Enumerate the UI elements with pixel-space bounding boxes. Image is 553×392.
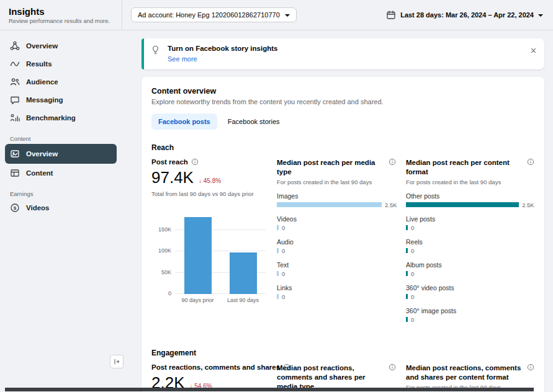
hbar-value: 0	[282, 293, 285, 300]
sidebar-section-earnings: Earnings	[10, 190, 122, 197]
hbar	[406, 294, 408, 299]
content-tabs: Facebook posts Facebook stories	[151, 114, 534, 130]
lightbulb-icon	[151, 45, 160, 57]
hbar-value: 0	[411, 247, 414, 254]
page-subtitle: Review performance results and more.	[9, 17, 122, 24]
hbar-row: Videos 0	[277, 215, 396, 231]
hbar-row: Audio 0	[277, 238, 396, 254]
hbar-label: Images	[277, 192, 396, 200]
hbar	[406, 317, 408, 322]
info-icon[interactable]	[527, 363, 534, 371]
tab-facebook-posts[interactable]: Facebook posts	[151, 114, 217, 130]
sidebar-item-messaging[interactable]: Messaging	[5, 91, 117, 109]
sidebar: Overview Results Audience	[0, 30, 122, 392]
sidebar-item-label: Messaging	[26, 96, 63, 104]
top-header: Insights Review performance results and …	[0, 0, 553, 30]
overview-icon	[10, 41, 20, 51]
reach-section: Post reach 97.4K ↓ 45.8% Total from last…	[151, 158, 534, 330]
sidebar-item-label: Overview	[26, 42, 58, 50]
audience-icon	[10, 77, 20, 87]
hbar-row: Album posts 0	[406, 261, 534, 277]
content-table-icon	[10, 168, 20, 178]
insights-page: Insights Review performance results and …	[0, 0, 553, 392]
column-title: Median post reactions, comments and shar…	[406, 363, 523, 382]
sidebar-item-content-overview[interactable]: Overview	[5, 144, 117, 164]
main-content: Turn on Facebook story insights See more…	[122, 30, 553, 392]
sidebar-item-label: Benchmarking	[26, 114, 76, 122]
card-description: Explore noteworthy trends from the conte…	[151, 98, 534, 105]
window-bottom-edge	[5, 388, 534, 391]
sidebar-collapse-button[interactable]	[110, 355, 124, 368]
hbar-value: 2.5K	[522, 202, 534, 208]
calendar-icon	[386, 10, 396, 20]
metric-label: Post reactions, comments and shares	[151, 363, 280, 371]
sidebar-item-audience[interactable]: Audience	[5, 73, 117, 91]
sidebar-item-benchmarking[interactable]: Benchmarking	[5, 109, 117, 127]
hbar-row: Other posts 2.5K	[406, 192, 534, 208]
sidebar-item-label: Content	[26, 169, 53, 177]
date-range-dropdown[interactable]: Last 28 days: Mar 26, 2024 – Apr 22, 202…	[386, 10, 543, 20]
reach-section-title: Reach	[151, 143, 534, 152]
content-overview-card: Content overview Explore noteworthy tren…	[142, 77, 544, 392]
info-icon[interactable]	[389, 363, 396, 371]
hbar-value: 0	[282, 270, 285, 277]
hbar	[406, 271, 408, 276]
hbar-row: Live posts 0	[406, 215, 534, 231]
hbar-label: Videos	[277, 215, 396, 223]
page-title-block: Insights Review performance results and …	[0, 6, 122, 24]
date-range-label: Last 28 days: Mar 26, 2024 – Apr 22, 202…	[400, 11, 534, 19]
chevron-down-icon	[538, 14, 543, 17]
reach-content-format-column: Median post reach per content format For…	[406, 158, 534, 330]
close-icon[interactable]	[530, 45, 537, 56]
hbar-value: 0	[411, 293, 414, 300]
metric-delta: ↓ 45.8%	[199, 177, 221, 184]
hbar-row: 360° image posts 0	[406, 307, 534, 323]
post-reach-bar-chart: 150K 100K 50K 0 90 days prior Last 90 da	[151, 208, 267, 303]
sidebar-item-label: Results	[26, 60, 52, 68]
post-reach-column: Post reach 97.4K ↓ 45.8% Total from last…	[151, 158, 267, 330]
hbar-row: Reels 0	[406, 238, 534, 254]
svg-text:$: $	[14, 205, 17, 211]
sidebar-item-label: Videos	[26, 204, 50, 212]
see-more-link[interactable]: See more	[168, 55, 197, 63]
info-icon[interactable]	[191, 158, 199, 166]
sidebar-item-content[interactable]: Content	[5, 164, 117, 182]
chevron-down-icon	[285, 14, 290, 17]
hbar-label: Album posts	[406, 261, 534, 269]
ad-account-label: Ad account: Honey Epg 120206012862710770	[138, 11, 280, 19]
results-icon	[10, 59, 20, 69]
sidebar-item-label: Overview	[26, 150, 58, 158]
column-title: Median post reach per content format	[406, 158, 523, 177]
ad-account-dropdown[interactable]: Ad account: Honey Epg 120206012862710770	[131, 7, 297, 22]
tab-facebook-stories[interactable]: Facebook stories	[221, 114, 287, 130]
hbar	[406, 225, 408, 230]
sidebar-item-overview[interactable]: Overview	[5, 37, 117, 55]
sidebar-item-label: Audience	[26, 78, 58, 86]
bar-last-90-days	[230, 252, 257, 294]
header-divider	[122, 0, 122, 30]
sidebar-item-videos[interactable]: $ Videos	[5, 199, 117, 216]
x-label: 90 days prior	[175, 297, 220, 303]
hbar	[277, 225, 279, 230]
info-icon[interactable]	[389, 158, 396, 166]
hbar-value: 2.5K	[385, 202, 397, 208]
sidebar-item-results[interactable]: Results	[5, 55, 117, 73]
column-title: Median post reach per media type	[277, 158, 385, 177]
hbar	[277, 294, 279, 299]
page-title: Insights	[9, 6, 122, 17]
column-subtitle: For posts created in the last 90 days	[277, 179, 396, 185]
content-overview-icon	[10, 149, 20, 159]
collapse-panel-icon	[113, 358, 120, 365]
info-icon[interactable]	[527, 158, 534, 166]
hbar-value: 0	[282, 247, 285, 254]
card-title: Content overview	[151, 87, 534, 96]
messaging-icon	[10, 95, 20, 105]
y-tick: 50K	[149, 269, 171, 275]
column-title: Median post reactions, comments and shar…	[277, 363, 385, 391]
engagement-section-title: Engagement	[151, 349, 534, 357]
hbar-value: 0	[411, 316, 414, 323]
metric-label: Post reach	[151, 158, 188, 166]
hbar-row: 360° video posts 0	[406, 284, 534, 300]
y-tick: 100K	[149, 247, 171, 254]
hbar-label: 360° image posts	[406, 307, 534, 314]
